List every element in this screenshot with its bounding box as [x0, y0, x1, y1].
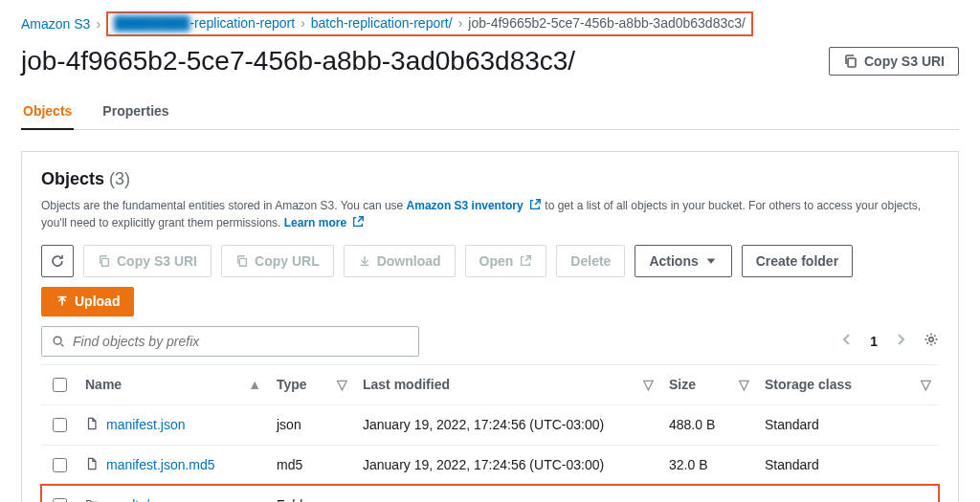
upload-icon — [56, 295, 69, 308]
sort-icon[interactable]: ▽ — [643, 377, 654, 392]
download-icon — [358, 254, 371, 268]
object-type: md5 — [269, 445, 355, 485]
open-button[interactable]: Open — [465, 245, 547, 277]
objects-table: Name ▲ Type ▽ Last modified ▽ Size ▽ — [41, 364, 939, 502]
breadcrumb: Amazon S3 › ████████-replication-report … — [21, 11, 959, 36]
object-name-link[interactable]: manifest.json.md5 — [106, 457, 215, 472]
sort-icon[interactable]: ▽ — [739, 377, 749, 392]
copy-icon — [98, 254, 111, 268]
tab-objects[interactable]: Objects — [21, 94, 74, 130]
object-name-link[interactable]: manifest.json — [106, 417, 185, 432]
svg-rect-2 — [239, 258, 246, 266]
gear-icon — [924, 332, 939, 347]
current-page: 1 — [870, 334, 878, 349]
object-storage-class: - — [757, 485, 939, 502]
row-checkbox[interactable] — [53, 498, 67, 502]
object-last-modified: - — [355, 485, 661, 502]
object-storage-class: Standard — [757, 404, 939, 445]
object-type: json — [269, 404, 355, 445]
copy-s3-uri-button-toolbar[interactable]: Copy S3 URI — [83, 245, 212, 277]
column-type[interactable]: Type — [277, 377, 307, 392]
next-page[interactable] — [893, 332, 908, 350]
create-folder-button[interactable]: Create folder — [742, 245, 853, 277]
column-name[interactable]: Name — [85, 377, 122, 392]
folder-icon — [85, 497, 99, 502]
breadcrumb-folder[interactable]: batch-replication-report/ — [311, 15, 453, 31]
external-link-icon — [519, 254, 532, 268]
chevron-right-icon: › — [458, 15, 463, 31]
column-storage-class[interactable]: Storage class — [765, 377, 852, 392]
object-size: 488.0 B — [661, 404, 757, 445]
chevron-right-icon — [893, 332, 908, 347]
object-type: Folder — [269, 485, 355, 502]
upload-button[interactable]: Upload — [41, 287, 134, 316]
svg-rect-1 — [101, 258, 108, 266]
row-checkbox[interactable] — [53, 458, 67, 472]
pagination: 1 — [839, 332, 939, 350]
chevron-down-icon — [704, 254, 718, 268]
svg-rect-0 — [848, 58, 856, 67]
tab-properties[interactable]: Properties — [100, 94, 170, 130]
column-size[interactable]: Size — [669, 377, 696, 392]
breadcrumb-current: job-4f9665b2-5ce7-456b-a8bb-3ad0b63d83c3… — [468, 15, 746, 31]
table-row: manifest.jsonjsonJanuary 19, 2022, 17:24… — [41, 404, 939, 445]
sort-icon[interactable]: ▽ — [921, 377, 931, 392]
table-row: results/Folder--- — [41, 485, 939, 502]
table-row: manifest.json.md5md5January 19, 2022, 17… — [41, 445, 939, 485]
select-all-checkbox[interactable] — [53, 378, 67, 392]
svg-point-3 — [54, 337, 61, 344]
object-last-modified: January 19, 2022, 17:24:56 (UTC-03:00) — [355, 445, 661, 485]
object-size: - — [661, 485, 757, 502]
column-last-modified[interactable]: Last modified — [363, 377, 450, 392]
tabs: Objects Properties — [21, 94, 959, 130]
file-icon — [85, 417, 99, 433]
object-size: 32.0 B — [661, 445, 757, 485]
object-name-link[interactable]: results/ — [106, 497, 149, 502]
chevron-left-icon — [839, 332, 855, 347]
copy-icon — [235, 254, 249, 268]
breadcrumb-root[interactable]: Amazon S3 — [21, 16, 90, 32]
objects-panel: Objects (3) Objects are the fundamental … — [21, 151, 959, 502]
refresh-icon — [50, 253, 65, 269]
prev-page[interactable] — [839, 332, 855, 350]
inventory-link[interactable]: Amazon S3 inventory — [407, 199, 546, 212]
svg-point-4 — [929, 338, 933, 341]
search-input[interactable] — [71, 333, 409, 350]
breadcrumb-bucket[interactable]: ████████-replication-report — [114, 15, 295, 31]
copy-icon — [843, 54, 858, 69]
external-link-icon — [351, 215, 365, 229]
external-link-icon — [528, 198, 542, 211]
download-button[interactable]: Download — [344, 245, 456, 277]
page-title: job-4f9665b2-5ce7-456b-a8bb-3ad0b63d83c3… — [21, 46, 575, 76]
chevron-right-icon: › — [96, 16, 100, 32]
copy-s3-uri-button[interactable]: Copy S3 URI — [829, 47, 959, 76]
object-last-modified: January 19, 2022, 17:24:56 (UTC-03:00) — [355, 404, 661, 445]
search-box[interactable] — [41, 326, 419, 357]
row-checkbox[interactable] — [53, 418, 67, 432]
object-storage-class: Standard — [757, 445, 939, 485]
actions-dropdown[interactable]: Actions — [635, 245, 731, 277]
panel-title: Objects (3) — [41, 169, 939, 189]
refresh-button[interactable] — [41, 245, 74, 277]
learn-more-link[interactable]: Learn more — [284, 216, 366, 229]
search-icon — [52, 335, 65, 348]
panel-description: Objects are the fundamental entities sto… — [41, 197, 939, 231]
breadcrumb-highlight-box: ████████-replication-report › batch-repl… — [106, 11, 753, 36]
sort-asc-icon[interactable]: ▲ — [248, 377, 261, 392]
copy-url-button[interactable]: Copy URL — [221, 245, 334, 277]
delete-button[interactable]: Delete — [556, 245, 625, 277]
file-icon — [85, 457, 99, 473]
chevron-right-icon: › — [301, 15, 305, 31]
settings-button[interactable] — [924, 332, 939, 350]
sort-icon[interactable]: ▽ — [337, 377, 347, 392]
